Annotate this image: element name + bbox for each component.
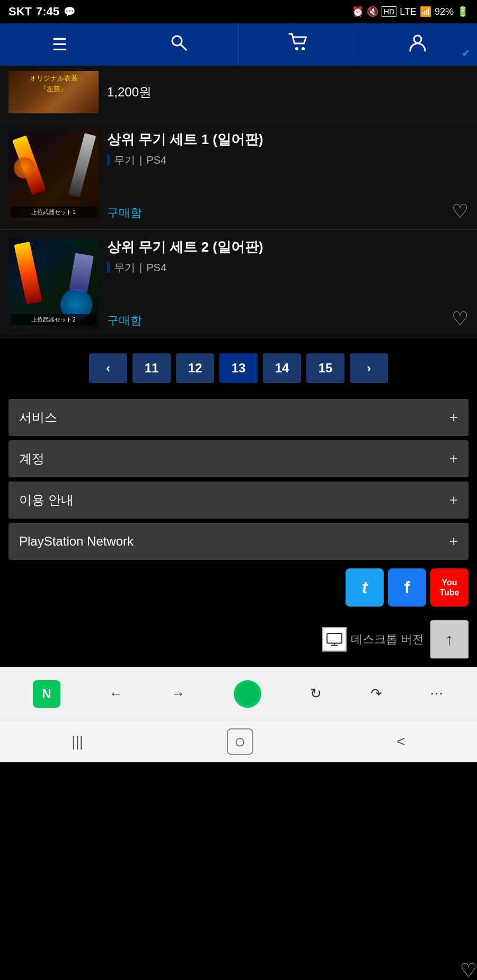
scroll-top-button[interactable]: ↑ xyxy=(430,620,469,658)
partial-product-info: 1,200원 xyxy=(107,84,469,101)
scroll-top-icon: ↑ xyxy=(445,630,454,649)
accordion-psn: PlayStation Network + xyxy=(8,523,469,560)
partial-price: 1,200원 xyxy=(107,84,469,101)
chat-icon: 💬 xyxy=(64,6,75,17)
next-page-button[interactable]: › xyxy=(350,353,388,383)
nav-bar: ☰ ✓ xyxy=(0,23,477,66)
page-11-button[interactable]: 11 xyxy=(132,353,171,383)
mute-icon: 🔇 xyxy=(367,6,378,17)
page-14-button[interactable]: 14 xyxy=(263,353,301,383)
system-nav: ||| ○ < xyxy=(0,720,477,762)
accordion-service: 서비스 + xyxy=(8,399,469,436)
accordion-psn-label: PlayStation Network xyxy=(19,534,134,549)
twitter-icon: t xyxy=(362,578,368,598)
accordion-service-label: 서비스 xyxy=(19,409,57,426)
page-13-button[interactable]: 13 xyxy=(219,353,258,383)
product-thumbnail-1: 上位武器セット1 xyxy=(8,131,99,221)
browser-nav: N ← → ↻ ↷ ··· xyxy=(0,667,477,720)
accordion-account-header[interactable]: 계정 + xyxy=(8,440,469,477)
user-nav-item[interactable]: ✓ xyxy=(358,23,477,66)
youtube-button[interactable]: YouTube xyxy=(430,568,469,607)
accordion-psn-plus: + xyxy=(449,533,458,550)
share-browser-button[interactable]: ↷ xyxy=(370,685,382,702)
signal-icon: 📶 xyxy=(420,6,431,17)
heart-button-1[interactable]: ♡ xyxy=(452,202,469,221)
product-platform-1: PS4 xyxy=(146,154,166,166)
time-label: 7:45 xyxy=(36,5,59,19)
youtube-icon: YouTube xyxy=(439,577,459,598)
product-title-1: 상위 무기 세트 1 (일어판) xyxy=(107,131,469,149)
system-back-button[interactable]: < xyxy=(396,733,405,750)
lte-label: LTE xyxy=(400,6,417,17)
product-platform-2: PS4 xyxy=(146,262,166,274)
accordion-guide-plus: + xyxy=(449,492,458,509)
accordion-service-plus: + xyxy=(449,409,458,426)
svg-point-2 xyxy=(295,47,298,50)
cart-nav-item[interactable] xyxy=(239,23,358,66)
accordion-guide-header[interactable]: 이용 안내 + xyxy=(8,482,469,519)
facebook-button[interactable]: f xyxy=(388,568,426,607)
twitter-button[interactable]: t xyxy=(346,568,384,607)
product-category-2: 무기 xyxy=(114,261,135,275)
svg-point-3 xyxy=(302,47,305,50)
product-item-partial: オリジナル衣装『左慈』 1,200원 ♡ xyxy=(0,66,477,122)
product-info-2: 상위 무기 세트 2 (일어판) 무기 | PS4 구매함 ♡ xyxy=(107,238,469,328)
status-right: ⏰ 🔇 HD LTE 📶 92% 🔋 xyxy=(352,6,469,17)
battery-icon: 🔋 xyxy=(457,6,469,17)
desktop-icon xyxy=(322,627,347,652)
product-purchased-1: 구매함 xyxy=(107,205,469,221)
alarm-icon: ⏰ xyxy=(352,6,364,17)
search-nav-item[interactable] xyxy=(119,23,238,66)
battery-label: 92% xyxy=(435,6,454,17)
back-browser-button[interactable]: ← xyxy=(109,685,123,702)
product-thumbnail-2: 上位武器セット2 xyxy=(8,238,99,328)
search-nav-icon xyxy=(169,33,188,56)
desktop-version-link[interactable]: 데스크톱 버전 xyxy=(322,627,424,652)
accordion-service-header[interactable]: 서비스 + xyxy=(8,399,469,436)
page-12-button[interactable]: 12 xyxy=(176,353,214,383)
facebook-icon: f xyxy=(404,578,410,598)
partial-thumbnail: オリジナル衣装『左慈』 xyxy=(8,71,99,113)
naver-button[interactable]: N xyxy=(33,680,60,708)
accordion: 서비스 + 계정 + 이용 안내 + PlayStation Network + xyxy=(0,399,477,560)
product-purchased-2: 구매함 xyxy=(107,313,469,328)
accordion-account: 계정 + xyxy=(8,440,469,477)
forward-browser-button[interactable]: → xyxy=(171,685,185,702)
accordion-guide-label: 이용 안내 xyxy=(19,492,74,509)
product-list: オリジナル衣装『左慈』 1,200원 ♡ 上位武器セット1 상위 무기 세트 1… xyxy=(0,66,477,337)
partial-thumb-art: オリジナル衣装『左慈』 xyxy=(8,71,99,113)
category-bar-1 xyxy=(107,155,110,165)
product-item-2: 上位武器セット2 상위 무기 세트 2 (일어판) 무기 | PS4 구매함 ♡ xyxy=(0,230,477,337)
home-browser-button[interactable] xyxy=(234,680,261,708)
pagination: ‹ 11 12 13 14 15 › xyxy=(0,337,477,399)
menu-nav-item[interactable]: ☰ xyxy=(0,23,119,66)
hd-icon: HD xyxy=(382,6,396,17)
prev-page-button[interactable]: ‹ xyxy=(89,353,127,383)
system-home-button[interactable]: ○ xyxy=(227,728,253,755)
product-meta-2: 무기 | PS4 xyxy=(107,261,469,275)
product-meta-1: 무기 | PS4 xyxy=(107,153,469,167)
carrier-label: SKT xyxy=(8,5,32,19)
status-bar: SKT 7:45 💬 ⏰ 🔇 HD LTE 📶 92% 🔋 xyxy=(0,0,477,23)
page-15-button[interactable]: 15 xyxy=(306,353,344,383)
svg-rect-5 xyxy=(327,634,342,643)
accordion-psn-header[interactable]: PlayStation Network + xyxy=(8,523,469,560)
refresh-browser-button[interactable]: ↻ xyxy=(310,685,322,702)
accordion-guide: 이용 안내 + xyxy=(8,482,469,519)
partial-heart-button[interactable]: ♡ xyxy=(460,961,477,980)
status-left: SKT 7:45 💬 xyxy=(8,5,75,19)
desktop-version-text: 데스크톱 버전 xyxy=(351,631,424,647)
accordion-account-plus: + xyxy=(449,450,458,467)
bottom-actions: 데스크톱 버전 ↑ xyxy=(0,615,477,667)
system-menu-button[interactable]: ||| xyxy=(72,733,83,750)
user-nav-icon xyxy=(408,33,427,56)
product-info-1: 상위 무기 세트 1 (일어판) 무기 | PS4 구매함 ♡ xyxy=(107,131,469,221)
product-title-2: 상위 무기 세트 2 (일어판) xyxy=(107,238,469,256)
heart-button-2[interactable]: ♡ xyxy=(452,309,469,328)
cart-nav-icon xyxy=(288,33,308,56)
svg-line-1 xyxy=(181,44,186,50)
more-browser-button[interactable]: ··· xyxy=(430,688,444,700)
product-item-1: 上位武器セット1 상위 무기 세트 1 (일어판) 무기 | PS4 구매함 ♡ xyxy=(0,122,477,230)
svg-point-4 xyxy=(414,35,421,43)
category-bar-2 xyxy=(107,262,110,273)
